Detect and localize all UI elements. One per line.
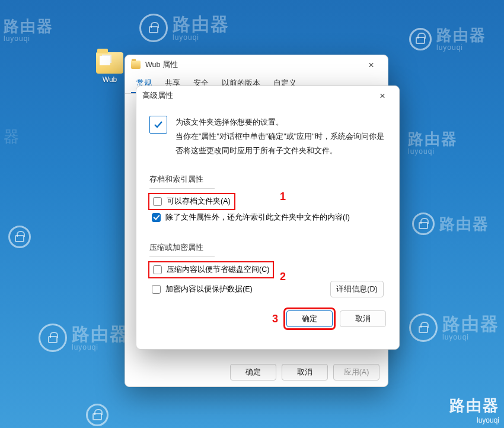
checkbox-archive-label: 可以存档文件夹(A) xyxy=(167,196,231,207)
watermark: 路由器luyouqi xyxy=(409,27,486,52)
encrypt-checkbox-row[interactable]: 加密内容以便保护数据(E) 详细信息(D) xyxy=(149,277,386,301)
archive-checkbox-row[interactable]: 可以存档文件夹(A) xyxy=(149,194,234,209)
folder-icon xyxy=(131,61,141,69)
details-button[interactable]: 详细信息(D) xyxy=(330,281,384,297)
index-checkbox-row[interactable]: 除了文件属性外，还允许索引此文件夹中文件的内容(I) xyxy=(149,209,386,226)
watermark: 路由器luyouqi xyxy=(408,131,458,156)
watermark: 路由器 xyxy=(412,213,489,235)
group-archive-label: 存档和索引属性 xyxy=(149,169,215,189)
watermark: 路由器luyouqi xyxy=(39,324,129,352)
cancel-button[interactable]: 取消 xyxy=(282,364,328,381)
check-icon xyxy=(149,116,167,134)
titlebar[interactable]: Wub 属性 × xyxy=(125,55,388,74)
ok-button[interactable]: 确定 xyxy=(286,310,333,327)
watermark: 路由器luyouqi xyxy=(139,14,229,42)
window-title: Wub 属性 xyxy=(145,60,178,70)
watermark-corner: 路由器 luyouqi xyxy=(449,395,499,424)
watermark xyxy=(8,226,36,248)
dialog-footer: 3 确定 取消 xyxy=(136,301,399,328)
watermark: 器 xyxy=(4,128,20,145)
checkbox-compress-label: 压缩内容以便节省磁盘空间(C) xyxy=(167,265,269,275)
advanced-attributes-dialog: 高级属性 × 为该文件夹选择你想要的设置。 当你在"属性"对话框中单击"确定"或… xyxy=(136,85,400,350)
cancel-button[interactable]: 取消 xyxy=(340,310,386,327)
dialog-footer: 确定 取消 应用(A) xyxy=(125,358,388,386)
close-icon[interactable]: × xyxy=(361,60,382,70)
checkbox-encrypt[interactable] xyxy=(152,285,161,294)
annotation-2: 2 xyxy=(280,271,286,283)
window-title: 高级属性 xyxy=(142,91,173,101)
watermark xyxy=(86,404,113,426)
intro-text: 为该文件夹选择你想要的设置。 当你在"属性"对话框中单击"确定"或"应用"时，系… xyxy=(176,116,386,158)
checkbox-archive[interactable] xyxy=(153,197,162,206)
ok-button[interactable]: 确定 xyxy=(230,364,276,381)
compress-checkbox-row[interactable]: 压缩内容以便节省磁盘空间(C) xyxy=(149,262,273,277)
checkbox-index-label: 除了文件属性外，还允许索引此文件夹中文件的内容(I) xyxy=(165,213,350,223)
apply-button[interactable]: 应用(A) xyxy=(333,364,379,381)
annotation-3: 3 xyxy=(272,313,278,325)
watermark: 路由器luyouqi xyxy=(409,313,499,342)
desktop-folder-wub[interactable]: Wub xyxy=(92,52,127,84)
checkbox-encrypt-label: 加密内容以便保护数据(E) xyxy=(165,284,253,294)
checkbox-compress[interactable] xyxy=(153,265,162,274)
titlebar[interactable]: 高级属性 × xyxy=(136,86,399,105)
annotation-1: 1 xyxy=(280,191,286,203)
watermark: 路由器luyouqi xyxy=(4,18,53,43)
checkbox-index[interactable] xyxy=(152,213,161,222)
desktop-icon-label: Wub xyxy=(92,75,127,84)
group-compress-label: 压缩或加密属性 xyxy=(149,237,215,257)
folder-icon xyxy=(96,52,123,74)
close-icon[interactable]: × xyxy=(372,91,393,101)
